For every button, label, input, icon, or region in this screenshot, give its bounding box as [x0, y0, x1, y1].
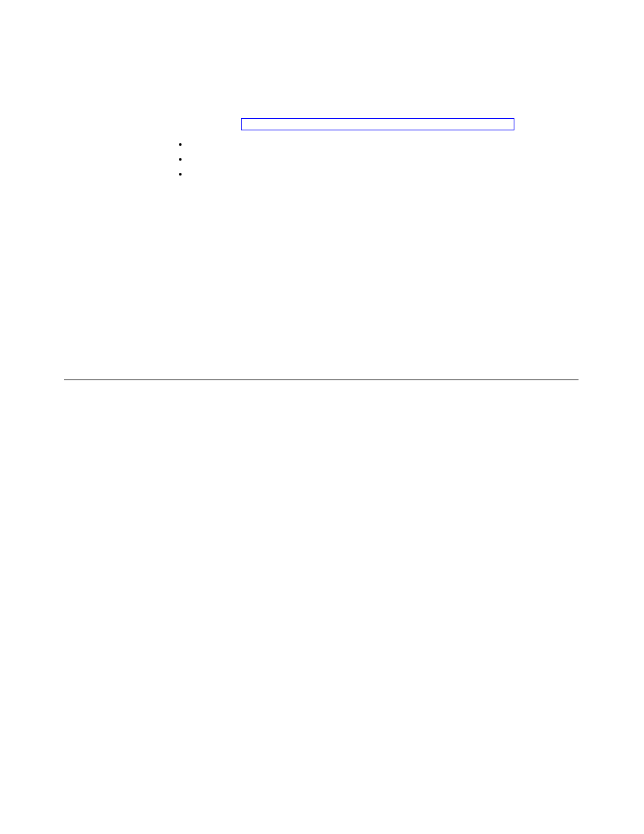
- section-divider: [64, 380, 579, 380]
- section-link[interactable]: [241, 118, 514, 130]
- document-page: { "link_box": { "text": "" }, "bullets":…: [0, 0, 644, 834]
- bullet-list: [176, 136, 189, 181]
